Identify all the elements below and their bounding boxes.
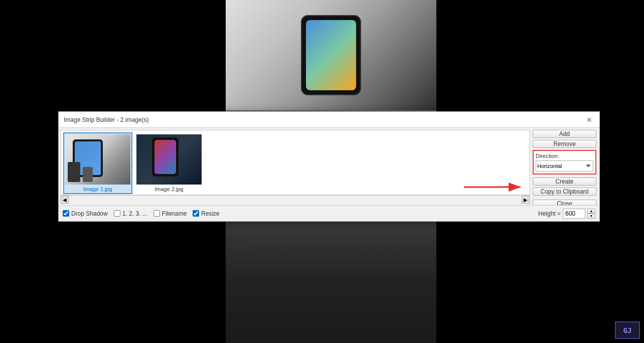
copy-to-clipboard-button[interactable]: Copy to Clipboard	[533, 188, 596, 196]
dialog-title: Image Strip Builder - 2 image(s)	[64, 116, 148, 123]
image-items-container: Image 1.jpg Image 2.jpg	[63, 132, 527, 194]
list-item[interactable]: Image 1.jpg	[63, 132, 132, 194]
phone-shape	[301, 15, 361, 95]
numbering-group: 1. 2. 3. ...	[114, 210, 147, 217]
horizontal-scrollbar[interactable]: ◀ ▶	[61, 195, 530, 203]
direction-select[interactable]: Horizontal Vertical	[536, 160, 593, 172]
create-button[interactable]: Create	[533, 178, 596, 186]
numbering-label: 1. 2. 3. ...	[122, 210, 147, 217]
list-item[interactable]: Image 2.jpg	[134, 132, 204, 194]
height-group: Height = ▲ ▼	[538, 209, 595, 219]
drop-shadow-checkbox[interactable]	[63, 210, 69, 217]
resize-group: Resize	[193, 210, 220, 217]
height-spinner: ▲ ▼	[587, 209, 595, 219]
height-label: Height =	[538, 210, 561, 217]
options-bar: Drop Shadow 1. 2. 3. ... Filename Resize…	[59, 205, 599, 221]
thumb2-phone	[151, 137, 179, 177]
resize-checkbox[interactable]	[193, 210, 199, 217]
filename-label: Filename	[162, 210, 187, 217]
dialog-body: Image 1.jpg Image 2.jpg	[59, 128, 599, 205]
logo-watermark: GJ	[615, 321, 640, 339]
dialog-titlebar: Image Strip Builder - 2 image(s) ✕	[59, 112, 599, 128]
image-strip-builder-dialog: Image Strip Builder - 2 image(s) ✕	[58, 111, 600, 222]
resize-label: Resize	[201, 210, 220, 217]
direction-label: Direction:	[536, 153, 593, 159]
image-list-area: Image 1.jpg Image 2.jpg	[61, 130, 530, 195]
image-label-2: Image 2.jpg	[154, 186, 183, 192]
photo-top	[226, 0, 436, 110]
phone-screen	[306, 20, 356, 90]
numbering-checkbox[interactable]	[114, 210, 120, 217]
add-button[interactable]: Add	[533, 130, 596, 138]
filename-group: Filename	[153, 210, 187, 217]
dialog-close-button[interactable]: Close	[533, 200, 596, 205]
image-thumb-1	[65, 134, 130, 185]
drop-shadow-group: Drop Shadow	[63, 210, 108, 217]
remove-button[interactable]: Remove	[533, 140, 596, 148]
image-label-1: Image 1.jpg	[83, 186, 112, 192]
scroll-right-button[interactable]: ▶	[522, 196, 530, 204]
drop-shadow-label: Drop Shadow	[71, 210, 108, 217]
scroll-left-button[interactable]: ◀	[61, 196, 69, 204]
direction-group: Direction: Horizontal Vertical	[533, 150, 596, 175]
height-increment-button[interactable]: ▲	[587, 209, 595, 214]
image-thumb-2	[136, 134, 202, 185]
right-panel: Add Remove Direction: Horizontal Vertica…	[532, 128, 599, 205]
height-decrement-button[interactable]: ▼	[587, 214, 595, 219]
height-input[interactable]	[563, 209, 585, 219]
filename-checkbox[interactable]	[153, 210, 160, 217]
thumb2-screen	[154, 140, 176, 174]
close-icon[interactable]: ✕	[584, 115, 594, 125]
